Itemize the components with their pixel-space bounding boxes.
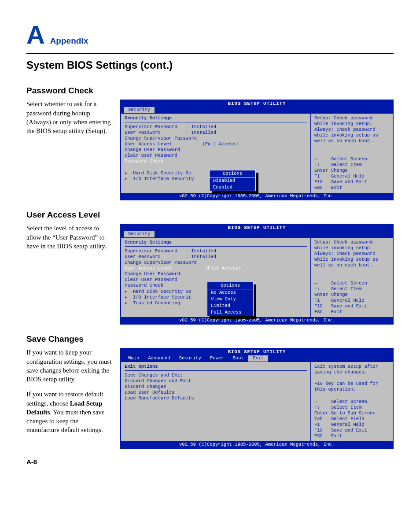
bios-key-legend: ↔Select Screen↑↓Select ItemEnterGo to Su…	[314, 399, 389, 440]
section-heading-user-access: User Access Level	[26, 209, 394, 221]
bios-screenshot-user-access: BIOS SETUP UTILITY Security Security Set…	[120, 224, 394, 324]
bios-line: Discard Changes	[125, 384, 307, 390]
bios-panel-heading: Exit Options	[125, 364, 307, 371]
bios-title: BIOS SETUP UTILITY	[121, 225, 393, 231]
bios-screenshot-save-changes: BIOS SETUP UTILITY MainAdvancedSecurityP…	[120, 348, 394, 448]
bios-line: Discard Changes and Exit	[125, 378, 307, 384]
page-title: System BIOS Settings (cont.)	[26, 58, 394, 72]
bios-tab: Security	[124, 231, 155, 237]
section-heading-password-check: Password Check	[26, 85, 394, 96]
bios-selected-line: User Access Level [Full Access]	[125, 266, 307, 271]
bios-line: Supervisor Password : Installed	[125, 124, 307, 130]
user-access-text: Select the level of access to allow the …	[26, 224, 112, 251]
bios-line: User Password : Installed	[125, 254, 307, 260]
bios-panel-heading: Security Settings	[125, 115, 307, 122]
bios-line	[125, 407, 307, 413]
bios-footer: v02.59 (C)Copyright 1985-2005, American …	[121, 193, 393, 199]
bios-help-text: Setup: Check password while invoking set…	[314, 240, 389, 269]
bios-line	[125, 413, 307, 419]
bios-screenshot-password-check: BIOS SETUP UTILITY Security Security Set…	[120, 100, 394, 200]
bios-key-legend: ↔Select Screen↑↓Select ItemEnterChangeF1…	[314, 156, 389, 191]
bios-line: Load Manufacture Defaults	[125, 395, 307, 401]
popup-option: View Only	[207, 296, 253, 303]
bios-tab: Exit	[248, 355, 268, 361]
bios-line	[125, 419, 307, 425]
bios-panel-heading: Security Settings	[125, 240, 307, 247]
bios-line: Change User Password	[125, 271, 307, 277]
bios-title: BIOS SETUP UTILITY	[121, 349, 393, 355]
bios-line: Change User Password	[125, 147, 307, 153]
popup-title: Options	[207, 282, 253, 289]
options-popup: Options Disabled Enabled	[209, 170, 256, 191]
bios-line: Load User Defaults	[125, 390, 307, 395]
bios-title: BIOS SETUP UTILITY	[121, 100, 393, 107]
popup-option: No Access	[207, 289, 253, 296]
bios-footer: v02.59 (C)Copyright 1985-2005, American …	[121, 317, 393, 324]
save-changes-text-2: If you want to restore default settings,…	[26, 390, 112, 434]
bios-selected-line: Password Check	[125, 159, 307, 164]
bios-line: Save Changes and Exit	[125, 373, 307, 378]
page-number: A-8	[26, 458, 394, 466]
appendix-label: Appendix	[50, 36, 88, 45]
bios-tab: Boot	[228, 355, 248, 361]
bios-tab: Security	[175, 355, 206, 361]
bios-line	[125, 401, 307, 407]
bios-help-text: Setup: Check password while invoking set…	[314, 115, 389, 144]
appendix-letter: A	[26, 18, 45, 52]
password-check-text: Select whether to ask for a password dur…	[26, 100, 112, 135]
popup-option: Full Access	[207, 309, 253, 316]
bios-line: Supervisor Password : Installed	[125, 248, 307, 254]
save-changes-text-1: If you want to keep your configuration s…	[26, 348, 112, 384]
bios-tab: Security	[124, 107, 155, 113]
bios-footer: v02.59 (C)Copyright 1985-2005, American …	[121, 441, 393, 448]
bios-line: User Access Level [Full Access]	[125, 141, 307, 147]
bios-tabs: MainAdvancedSecurityPowerBootExit	[121, 355, 393, 362]
bios-key-legend: ↔Select Screen↑↓Select ItemEnterChangeF1…	[314, 281, 389, 315]
bios-tab: Power	[206, 355, 228, 361]
bios-line: Change Supervisor Password	[125, 260, 307, 266]
section-heading-save-changes: Save Changes	[26, 333, 394, 345]
bios-line: Clear User Password	[125, 153, 307, 159]
options-popup: Options No Access View Only Limited Full…	[207, 282, 254, 317]
bios-tab: Advanced	[144, 355, 174, 361]
bios-tabs: Security	[121, 231, 393, 237]
bios-tabs: Security	[121, 107, 393, 113]
popup-option: Disabled	[210, 177, 255, 184]
popup-option: Enabled	[210, 184, 255, 191]
bios-tab: Main	[124, 355, 144, 361]
popup-title: Options	[210, 170, 255, 177]
bios-line: Change Supervisor Password	[125, 136, 307, 141]
bios-help-text: Exit system setup after saving the chang…	[314, 364, 389, 393]
appendix-header: A Appendix	[26, 18, 394, 54]
bios-line: User Password : Installed	[125, 130, 307, 136]
popup-option: Limited	[207, 303, 253, 309]
